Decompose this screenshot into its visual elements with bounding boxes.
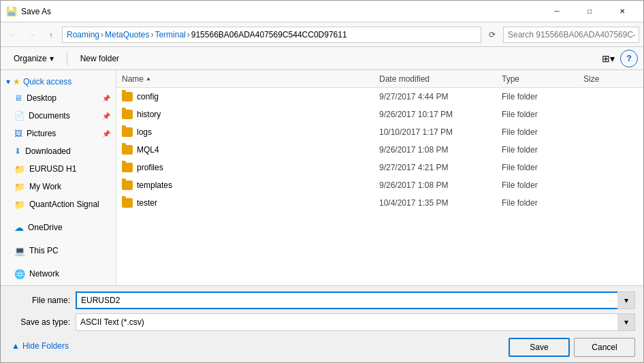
folder-icon — [122, 127, 133, 137]
sidebar-item-pictures[interactable]: 🖼 Pictures 📌 — [1, 125, 116, 142]
sidebar-item-mywork[interactable]: 📁 My Work — [1, 178, 116, 195]
sidebar-label-onedrive: OneDrive — [28, 223, 63, 232]
sidebar-item-downloaded[interactable]: ⬇ Downloaded — [1, 142, 116, 160]
folder-icon — [122, 110, 133, 119]
search-input[interactable] — [503, 27, 639, 43]
hide-folders-button[interactable]: ▲ Hide Folders — [9, 340, 71, 352]
breadcrumb-item-terminal[interactable]: Terminal — [155, 30, 185, 40]
file-type: File folder — [502, 110, 583, 119]
sidebar-item-thispc[interactable]: 💻 This PC — [1, 242, 116, 259]
folder-icon — [122, 180, 133, 190]
minimize-button[interactable]: ─ — [541, 1, 573, 22]
sidebar-label-quantaction: QuantAction Signal — [29, 200, 99, 209]
file-name-text: history — [137, 110, 161, 119]
main-area: ▾ ★ Quick access 🖥 Desktop 📌 📄 Documents… — [1, 70, 643, 285]
star-icon: ★ — [13, 77, 20, 86]
up-button[interactable]: ↑ — [43, 27, 59, 43]
pin-icon-documents: 📌 — [102, 112, 110, 120]
organize-label: Organize — [14, 54, 47, 63]
sidebar-item-eurusd[interactable]: 📁 EURUSD H1 — [1, 160, 116, 178]
hide-folders-label: Hide Folders — [22, 341, 69, 351]
header-date[interactable]: Date modified — [379, 74, 502, 84]
header-name[interactable]: Name ▲ — [122, 74, 379, 84]
sidebar-label-documents: Documents — [29, 111, 70, 121]
file-row-name: MQL4 — [122, 145, 379, 155]
new-folder-button[interactable]: New folder — [73, 50, 127, 67]
table-row[interactable]: history 9/26/2017 10:17 PM File folder — [116, 106, 643, 123]
quick-access-header[interactable]: ▾ ★ Quick access — [1, 73, 116, 89]
breadcrumb-item-roaming[interactable]: Roaming — [67, 30, 99, 40]
refresh-button[interactable]: ⟳ — [484, 27, 500, 43]
quick-access-arrow: ▾ — [6, 77, 10, 86]
breadcrumb[interactable]: Roaming › MetaQuotes › Terminal › 915566… — [62, 27, 481, 43]
close-button[interactable]: ✕ — [607, 1, 638, 22]
header-type[interactable]: Type — [502, 74, 583, 84]
filename-label: File name: — [9, 296, 70, 305]
sidebar-label-desktop: Desktop — [27, 93, 57, 103]
save-button[interactable]: Save — [509, 338, 570, 357]
table-row[interactable]: tester 10/4/2017 1:35 PM File folder — [116, 194, 643, 212]
file-list-scroll[interactable]: config 9/27/2017 4:44 PM File folder his… — [116, 88, 643, 285]
svg-rect-3 — [13, 7, 15, 9]
pictures-icon: 🖼 — [14, 129, 22, 138]
table-row[interactable]: profiles 9/27/2017 4:21 PM File folder — [116, 159, 643, 176]
file-list-area: Name ▲ Date modified Type Size config — [116, 70, 643, 285]
toolbar: Organize ▾ New folder ⊞ ▾ ? — [1, 47, 643, 70]
file-row-name: history — [122, 110, 379, 119]
pin-icon-pictures: 📌 — [102, 130, 110, 138]
filetype-select[interactable]: ASCII Text (*.csv) — [76, 313, 635, 331]
file-name-text: tester — [137, 198, 157, 208]
file-name-text: MQL4 — [137, 145, 159, 155]
file-row-name: logs — [122, 127, 379, 137]
downloaded-folder-icon: ⬇ — [14, 146, 21, 156]
sidebar-label-downloaded: Downloaded — [25, 146, 71, 156]
file-type: File folder — [502, 92, 583, 101]
help-button[interactable]: ? — [620, 50, 638, 67]
table-row[interactable]: config 9/27/2017 4:44 PM File folder — [116, 88, 643, 106]
maximize-button[interactable]: □ — [574, 1, 605, 22]
sort-icon: ▲ — [146, 76, 151, 82]
dialog-buttons: Save Cancel — [509, 338, 635, 357]
pin-icon-desktop: 📌 — [102, 95, 110, 102]
table-row[interactable]: logs 10/10/2017 1:17 PM File folder — [116, 123, 643, 141]
filename-input[interactable]: EURUSD2 — [76, 291, 635, 309]
window-controls: ─ □ ✕ — [541, 1, 638, 22]
table-row[interactable]: MQL4 9/26/2017 1:08 PM File folder — [116, 141, 643, 159]
folder-icon — [122, 198, 133, 208]
quick-access-label: Quick access — [23, 77, 71, 86]
bottom-area: File name: EURUSD2 ▾ Save as type: ASCII… — [1, 285, 643, 362]
file-date: 9/26/2017 1:08 PM — [379, 145, 502, 155]
file-date: 9/26/2017 1:08 PM — [379, 180, 502, 190]
save-as-icon — [6, 6, 17, 17]
breadcrumb-item-metaquotes[interactable]: MetaQuotes — [105, 30, 149, 40]
view-dropdown-icon: ▾ — [610, 53, 615, 64]
svg-rect-2 — [8, 12, 15, 16]
sidebar-label-network: Network — [29, 269, 59, 279]
forward-button[interactable]: → — [24, 27, 40, 43]
sidebar: ▾ ★ Quick access 🖥 Desktop 📌 📄 Documents… — [1, 70, 116, 285]
file-type: File folder — [502, 163, 583, 172]
svg-rect-1 — [9, 7, 14, 10]
sidebar-item-network[interactable]: 🌐 Network — [1, 265, 116, 283]
documents-icon: 📄 — [14, 111, 25, 121]
header-size[interactable]: Size — [583, 74, 638, 84]
view-icon: ⊞ — [602, 53, 610, 64]
view-button[interactable]: ⊞ ▾ — [598, 50, 617, 67]
sidebar-item-quantaction[interactable]: 📁 QuantAction Signal — [1, 195, 116, 213]
mywork-folder-icon: 📁 — [14, 182, 25, 192]
sidebar-item-desktop[interactable]: 🖥 Desktop 📌 — [1, 89, 116, 107]
sidebar-label-pictures: Pictures — [27, 129, 56, 138]
cancel-button[interactable]: Cancel — [574, 338, 635, 357]
sidebar-item-onedrive[interactable]: ☁ OneDrive — [1, 219, 116, 236]
file-type: File folder — [502, 180, 583, 190]
organize-button[interactable]: Organize ▾ — [6, 50, 61, 67]
hide-folders-arrow: ▲ — [12, 341, 20, 351]
bottom-footer: ▲ Hide Folders Save Cancel — [9, 335, 635, 357]
dialog-window: Save As ─ □ ✕ ← → ↑ Roaming › MetaQuotes… — [0, 0, 644, 363]
file-name-text: profiles — [137, 163, 163, 172]
table-row[interactable]: templates 9/26/2017 1:08 PM File folder — [116, 176, 643, 194]
sidebar-item-documents[interactable]: 📄 Documents 📌 — [1, 107, 116, 125]
sidebar-label-eurusd: EURUSD H1 — [29, 164, 76, 174]
address-bar: ← → ↑ Roaming › MetaQuotes › Terminal › … — [1, 22, 643, 47]
back-button[interactable]: ← — [5, 27, 21, 43]
